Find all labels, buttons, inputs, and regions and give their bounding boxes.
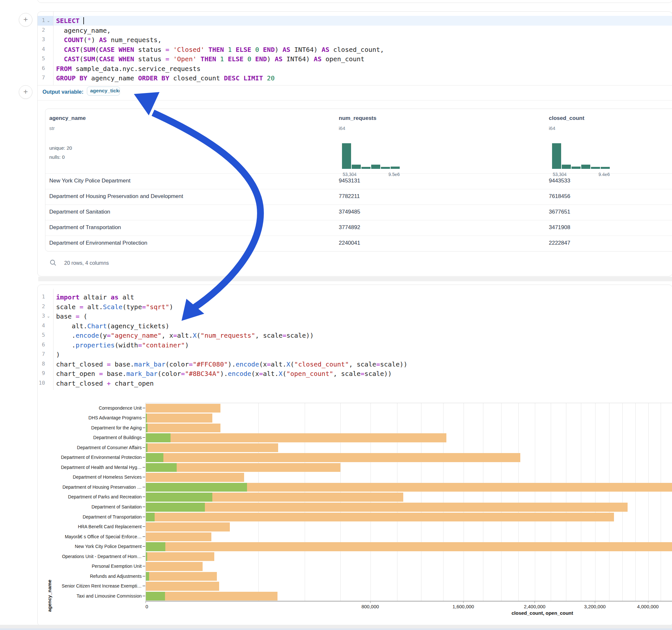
bar-open-count <box>146 463 177 472</box>
column-header-num_requests[interactable]: num_requests <box>339 115 376 122</box>
bar-closed-count <box>146 582 219 591</box>
bar-open-count <box>146 592 165 601</box>
bar-open-count <box>146 572 149 581</box>
sql-cell-panel: 1⌄SELECT 2 agency_name,3 COUNT(*) AS num… <box>37 11 672 276</box>
x-axis-tick <box>146 602 146 603</box>
y-axis-label: Senior Citizen Rent Increase Exempti… <box>62 583 142 588</box>
gridline <box>258 403 259 601</box>
bar-closed-count <box>146 503 628 512</box>
x-axis-label: 3,200,000 <box>584 604 606 609</box>
line-number: 6 <box>38 65 45 71</box>
cell-agency-name: New York City Police Department <box>49 177 130 184</box>
y-axis-tick <box>143 467 145 468</box>
y-axis-label: DHS Advantage Programs <box>89 415 142 420</box>
bar-open-count <box>146 552 147 561</box>
code-line[interactable]: 8chart_closed = base.mark_bar(color="#FF… <box>38 359 672 369</box>
bar-closed-count <box>146 532 211 541</box>
search-icon[interactable] <box>50 259 57 266</box>
bar-closed-count <box>146 453 520 462</box>
cell-value: 2222847 <box>549 240 570 246</box>
y-axis-label: Department of Housing Preservation … <box>63 484 142 490</box>
code-text: COUNT(*) AS num_requests, <box>56 35 162 44</box>
bar-open-count <box>146 483 247 492</box>
histogram-bar <box>562 165 571 169</box>
chevron-down-icon[interactable]: ⌄ <box>47 314 50 319</box>
y-axis-tick <box>143 576 145 577</box>
cell-value: 3749485 <box>339 209 360 215</box>
code-line[interactable]: 1⌄SELECT <box>38 16 672 26</box>
y-axis-tick <box>143 447 145 448</box>
cell-agency-name: Department of Environmental Protection <box>49 240 147 246</box>
column-header-agency_name[interactable]: agency_name <box>49 115 86 122</box>
chevron-down-icon[interactable]: ⌄ <box>47 18 50 23</box>
x-axis-tick <box>534 602 535 603</box>
code-line[interactable]: 3 COUNT(*) AS num_requests, <box>38 35 672 45</box>
gridline <box>483 403 483 601</box>
cell-value: 9453131 <box>339 177 360 184</box>
y-axis-tick <box>143 477 145 477</box>
gridline <box>397 403 398 601</box>
code-line[interactable]: 2scale = alt.Scale(type="sqrt") <box>38 302 672 312</box>
line-number: 9 <box>38 370 45 376</box>
gridline <box>305 403 305 601</box>
code-line[interactable]: 6FROM sample_data.nyc.service_requests <box>38 64 672 74</box>
code-line[interactable]: 3⌄base = ( <box>38 311 672 321</box>
y-axis-tick <box>143 507 145 507</box>
y-axis-label: Operations Unit - Department of Hom… <box>62 554 142 559</box>
x-axis-title: closed_count, open_count <box>511 610 573 616</box>
sql-editor[interactable]: 1⌄SELECT 2 agency_name,3 COUNT(*) AS num… <box>38 16 672 84</box>
code-text: scale = alt.Scale(type="sqrt") <box>56 303 173 311</box>
gridline <box>340 403 341 601</box>
code-line[interactable]: 4 CAST(SUM(CASE WHEN status = 'Closed' T… <box>38 45 672 54</box>
table-row[interactable]: New York City Police Department945313194… <box>45 174 672 189</box>
code-line[interactable]: 5 CAST(SUM(CASE WHEN status = 'Open' THE… <box>38 54 672 64</box>
code-text: .encode(y="agency_name", x=alt.X("num_re… <box>56 331 314 340</box>
code-line[interactable]: 4 alt.Chart(agency_tickets) <box>38 321 672 331</box>
y-axis-tick <box>143 596 145 596</box>
code-line[interactable]: 2 agency_name, <box>38 26 672 35</box>
y-axis-tick <box>143 566 145 566</box>
histogram-bar <box>381 167 390 169</box>
code-line[interactable]: 6 .properties(width="container") <box>38 340 672 350</box>
add-cell-button-top[interactable]: + <box>19 13 32 27</box>
table-row[interactable]: Department of Transportation377489234719… <box>45 220 672 236</box>
code-line[interactable]: 5 .encode(y="agency_name", x=alt.X("num_… <box>38 331 672 340</box>
histogram-bar <box>601 167 610 169</box>
cell-value: 9443533 <box>549 177 570 184</box>
code-line[interactable]: 9chart_open = base.mark_bar(color="#8BC3… <box>38 369 672 379</box>
code-line[interactable]: 1import altair as alt <box>38 292 672 302</box>
column-header-closed_count[interactable]: closed_count <box>549 115 584 122</box>
bar-closed-count <box>146 542 672 551</box>
histogram-bar <box>591 167 600 169</box>
code-line[interactable]: 10chart_closed + chart_open <box>38 379 672 388</box>
code-text: chart_closed + chart_open <box>56 379 154 388</box>
bar-open-count <box>146 492 212 502</box>
bar-closed-count <box>146 592 278 601</box>
column-type: i64 <box>549 125 555 131</box>
code-text: CAST(SUM(CASE WHEN status = 'Open' THEN … <box>56 55 364 63</box>
x-axis-label: 1,600,000 <box>453 604 474 609</box>
table-row[interactable]: Department of Sanitation37494853677651 <box>45 205 672 220</box>
bar-open-count <box>146 423 147 433</box>
gridline <box>622 403 623 601</box>
text-caret <box>83 17 84 24</box>
table-row[interactable]: Department of Environmental Protection22… <box>45 236 672 251</box>
bar-closed-count <box>146 443 278 453</box>
add-cell-button-middle[interactable]: + <box>19 85 32 99</box>
gridline <box>501 403 502 601</box>
gridline <box>463 403 464 601</box>
table-row[interactable]: Department of Housing Preservation and D… <box>45 189 672 204</box>
output-variable-badge[interactable]: agency_tickets <box>87 87 120 96</box>
gridline <box>443 403 443 601</box>
code-line[interactable]: 7) <box>38 350 672 359</box>
column-type: i64 <box>339 125 345 131</box>
code-line[interactable]: 7GROUP BY agency_name ORDER BY closed_co… <box>38 73 672 83</box>
y-axis-label: Mayorâ€ s Office of Special Enforce… <box>65 534 142 539</box>
python-editor[interactable]: 1import altair as alt2scale = alt.Scale(… <box>38 292 672 390</box>
code-text: import altair as alt <box>56 293 134 301</box>
bar-closed-count <box>146 423 220 433</box>
code-text: agency_name, <box>56 26 111 35</box>
y-axis-title: agency_name <box>47 580 52 612</box>
bar-closed-count <box>146 513 614 522</box>
bar-open-count <box>146 542 165 551</box>
